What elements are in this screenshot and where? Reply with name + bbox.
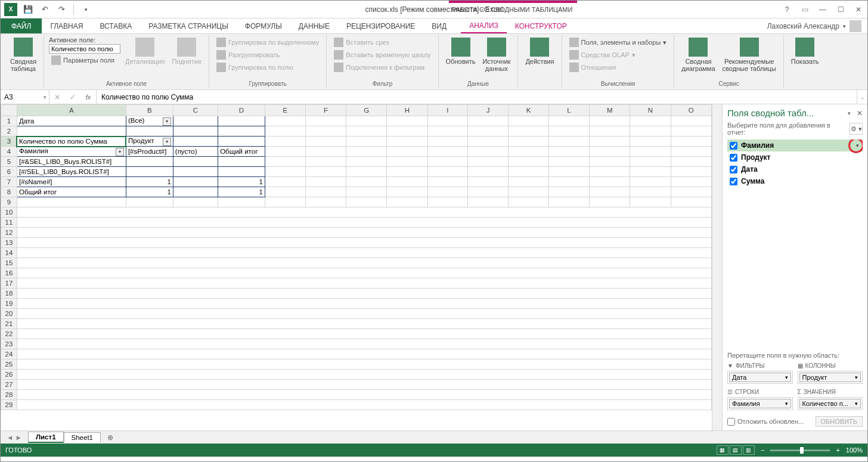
cell[interactable] [427,187,468,197]
maximize-icon[interactable]: ☐ [832,2,850,17]
col-header-O[interactable]: O [671,105,711,116]
cell[interactable]: (пусто) [173,147,218,157]
cell[interactable]: (Все)▾ [126,116,173,126]
cell[interactable] [17,268,711,278]
undo-icon[interactable]: ↶ [38,2,52,17]
cell[interactable] [427,116,468,126]
row-header[interactable]: 17 [1,278,17,289]
cell[interactable] [468,137,509,147]
col-header-C[interactable]: C [173,105,218,116]
cell[interactable]: 1 [218,187,265,197]
cell[interactable] [671,177,711,187]
cell[interactable] [549,187,590,197]
row-header[interactable]: 27 [1,380,17,390]
save-icon[interactable]: 💾 [21,2,35,17]
col-header-L[interactable]: L [549,105,590,116]
cell[interactable] [218,167,265,177]
columns-area[interactable]: ▦КОЛОННЫ Продукт▾ [798,362,863,384]
cell[interactable]: [#sProduct#] [126,147,173,157]
sheet-tab-sheet1[interactable]: Sheet1 [64,432,101,442]
field-item-produkt[interactable]: Продукт [727,151,863,163]
row-header[interactable]: 15 [1,258,17,268]
cell[interactable] [346,157,387,167]
tab-insert[interactable]: ВСТАВКА [91,18,140,33]
field-item-summa[interactable]: Сумма [727,175,863,187]
cell[interactable] [508,157,548,167]
cell[interactable] [468,126,509,137]
cell[interactable] [508,177,548,187]
cell[interactable] [590,167,630,177]
col-header-F[interactable]: F [306,105,346,116]
cell[interactable] [17,359,711,370]
cell[interactable] [387,187,427,197]
cell[interactable] [549,137,590,147]
cell[interactable] [671,116,711,126]
page-layout-view-icon[interactable]: ▤ [730,445,742,455]
cell[interactable] [427,137,468,147]
cell[interactable] [17,218,711,228]
panel-settings-icon[interactable]: ⚙ ▾ [850,123,863,135]
cell[interactable] [468,177,509,187]
cell[interactable] [630,147,671,157]
cell[interactable] [17,309,711,319]
cell[interactable] [306,126,346,137]
cell[interactable] [387,177,427,187]
cell[interactable] [427,197,468,207]
cell[interactable] [346,177,387,187]
cell[interactable] [346,197,387,207]
tab-review[interactable]: РЕЦЕНЗИРОВАНИЕ [338,18,423,33]
update-button[interactable]: ОБНОВИТЬ [816,416,863,427]
cell[interactable] [346,187,387,197]
row-header[interactable]: 9 [1,197,17,207]
cell[interactable] [173,167,218,177]
row-header[interactable]: 25 [1,359,17,370]
cell[interactable] [17,299,711,309]
cell[interactable] [387,137,427,147]
cell[interactable] [265,177,305,187]
cell[interactable] [17,400,711,410]
cell[interactable] [387,167,427,177]
cell[interactable] [468,116,509,126]
cell[interactable] [549,197,590,207]
cell[interactable] [590,147,630,157]
cell[interactable] [468,157,509,167]
cell[interactable]: Общий итог [17,187,126,197]
sheet-nav[interactable]: ◄ ► [1,434,28,441]
col-header-I[interactable]: I [427,105,468,116]
row-header[interactable]: 29 [1,400,17,410]
cell[interactable] [549,126,590,137]
cell[interactable] [387,147,427,157]
row-header[interactable]: 3 [1,137,17,147]
select-all-corner[interactable] [1,105,17,116]
tab-home[interactable]: ГЛАВНАЯ [42,18,91,33]
cell[interactable] [508,137,548,147]
row-header[interactable]: 5 [1,157,17,167]
cell[interactable] [508,187,548,197]
area-item[interactable]: Количество п...▾ [799,399,861,408]
cell[interactable] [126,157,173,167]
cell[interactable] [630,197,671,207]
cell[interactable] [17,126,126,137]
filter-dropdown-icon[interactable]: ▾ [116,148,124,156]
cell[interactable] [265,157,305,167]
cell[interactable] [630,177,671,187]
cell[interactable] [126,197,173,207]
cell[interactable] [306,177,346,187]
expand-formula-bar-icon[interactable]: ⌄ [857,90,867,104]
fields-items-sets-button[interactable]: Поля, элементы и наборы ▾ [567,36,669,48]
row-header[interactable]: 1 [1,116,17,126]
page-break-view-icon[interactable]: ▥ [743,445,755,455]
actions-button[interactable]: Действия [523,36,556,66]
cell[interactable] [387,126,427,137]
cell[interactable] [427,167,468,177]
cell[interactable] [590,137,630,147]
cell[interactable] [387,197,427,207]
cell[interactable]: 1 [126,177,173,187]
field-checkbox[interactable] [730,166,737,173]
col-header-H[interactable]: H [387,105,427,116]
data-source-button[interactable]: Источник данных [480,36,513,73]
cell[interactable] [306,157,346,167]
col-header-B[interactable]: B [126,105,173,116]
chevron-down-icon[interactable]: ▾ [855,374,858,380]
add-sheet-icon[interactable]: ⊕ [104,433,116,442]
